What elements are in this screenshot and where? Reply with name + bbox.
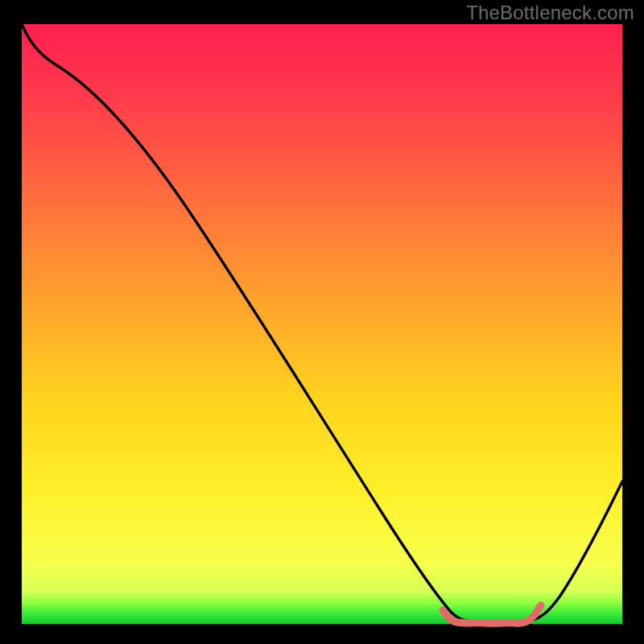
watermark-text: TheBottleneck.com (466, 2, 634, 24)
chart-container: TheBottleneck.com (0, 0, 644, 644)
plot-background (22, 24, 622, 624)
bottleneck-chart (0, 0, 644, 644)
